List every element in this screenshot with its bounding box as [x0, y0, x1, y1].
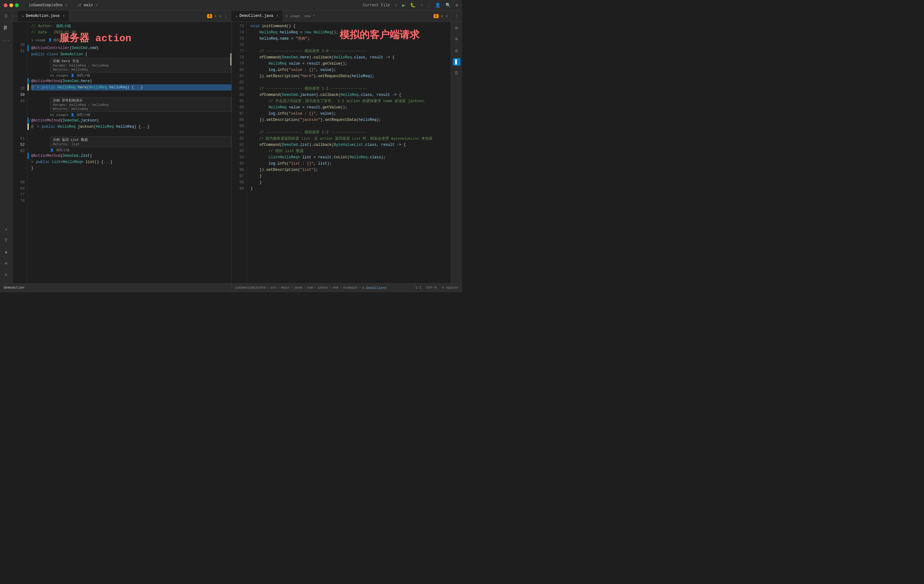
rcode-74: HelloReq helloReq = new HelloReq();: [251, 30, 451, 36]
more-tab-icon[interactable]: ⋮: [224, 14, 228, 19]
code-line-62: [31, 130, 231, 136]
rcode-97: }: [251, 173, 451, 179]
rcode-94: List<HelloReq> list = result.toList(Hell…: [251, 154, 451, 160]
line-num-77: 77: [15, 192, 25, 198]
rln-91: 91: [234, 135, 244, 142]
left-sidebar-toggle[interactable]: ☰: [0, 11, 13, 21]
run-button[interactable]: ▶: [402, 2, 405, 8]
right-sidebar-icon-4[interactable]: ▋: [453, 58, 460, 66]
app-name: ioGameSimpleOne: [29, 3, 63, 8]
sidebar-bottom-icon-4[interactable]: ⊞: [3, 259, 10, 267]
sidebar-ellipsis-icon[interactable]: ···: [3, 37, 10, 45]
rln-93: 93: [234, 148, 244, 154]
sidebar-bottom-icon-5[interactable]: ◎: [3, 271, 10, 278]
right-sidebar-icon-5[interactable]: D: [453, 69, 460, 77]
maximize-button[interactable]: [15, 3, 19, 7]
left-code-area: // Author: 渔民小镇 // date 2023-01-06 1 usa…: [28, 22, 231, 283]
run-config-chevron-icon[interactable]: ∨: [395, 3, 397, 8]
up-icon-right[interactable]: ∧: [441, 14, 443, 18]
sidebar-bottom-icon-3[interactable]: ◉: [3, 248, 10, 256]
sep5: >: [314, 286, 317, 289]
tab-close-right-button[interactable]: ×: [276, 14, 279, 18]
code-author-line: // Author: 渔民小镇: [31, 23, 231, 30]
rcode-82: [251, 79, 451, 86]
right-sidebar-icon-2[interactable]: ≡: [453, 36, 460, 43]
rcode-84: ofCommand(DemoCmd.jackson).callback(Hell…: [251, 92, 451, 98]
debug-button[interactable]: 🐛: [410, 3, 416, 8]
right-sidebar: m ≡ ⚙ ▋ D: [451, 22, 462, 283]
left-tab-actions: 3 ∧ ∨ ⋮: [204, 11, 231, 21]
code-line-52: @ > public HelloReq jackson(HelloReq hel…: [31, 124, 231, 130]
sidebar-bottom-icon-1[interactable]: ⚡: [3, 226, 10, 233]
close-button[interactable]: [4, 3, 8, 7]
sidebar-explorer-icon[interactable]: [3, 24, 10, 32]
tab-demo-client[interactable]: ☕ DemoClient.java ×: [231, 11, 283, 21]
line-num-69: 69: [15, 185, 25, 192]
rln-87: 87: [234, 111, 244, 117]
status-src: src: [271, 286, 277, 289]
code-line-51: @ActionMethod(DemoCmd.jackson): [31, 117, 231, 124]
right-editor-content[interactable]: 73 74 75 76 77 78 79 80 81 82 83 84 85 8…: [232, 22, 451, 283]
line-num-62: 62: [15, 148, 25, 154]
annotation-block-3: 示例 返回 List 数据 Returns: list: [50, 137, 231, 147]
left-editor-content[interactable]: 30 31 38 39 44: [13, 22, 231, 283]
rcode-81: }).setDescription("here").setRequestData…: [251, 73, 451, 79]
right-breadcrumb: ioGameSimpleOne > src > main > java > co…: [231, 284, 462, 292]
settings-icon[interactable]: ⚙: [456, 3, 458, 8]
line-num-ann3-2: [15, 160, 25, 167]
rln-99: 99: [234, 185, 244, 192]
line-num-52: 52: [15, 142, 25, 148]
right-sidebar-icon-3[interactable]: ⚙: [453, 47, 460, 54]
line-num-51: 51: [15, 135, 25, 142]
breadcrumb-file: DemoAction: [4, 286, 24, 289]
rln-85: 85: [234, 98, 244, 104]
code-line-39: @ > public HelloReq here(HelloReq helloR…: [31, 84, 231, 91]
rcode-98: }: [251, 179, 451, 185]
more-panel-icon[interactable]: ⋮: [455, 14, 459, 18]
rln-90: 90: [234, 129, 244, 135]
java-file-icon-right: ☕: [236, 14, 238, 18]
tab-bar: ☰ ··· ☕ DemoAction.java × 3 ∧ ∨ ⋮ ☕ Demo…: [0, 11, 462, 22]
code-date-line: // date 2023-01-06: [31, 30, 231, 36]
user-icon[interactable]: 👤: [435, 3, 441, 8]
rln-81: 81: [234, 73, 244, 79]
more-button[interactable]: ⋯: [421, 3, 422, 8]
branch-chevron-icon[interactable]: ∨: [95, 3, 97, 8]
line-num-ann2-5: [15, 129, 25, 135]
line-num-ann2-3: [15, 117, 25, 123]
minimize-button[interactable]: [9, 3, 13, 7]
left-tab-bar: ☰ ··· ☕ DemoAction.java × 3 ∧ ∨ ⋮: [0, 11, 231, 21]
new-badge: new *: [304, 14, 315, 18]
up-icon[interactable]: ∧: [214, 14, 217, 18]
search-icon[interactable]: 🔍: [446, 3, 451, 8]
right-sidebar-icon-1[interactable]: m: [453, 24, 460, 32]
rln-84: 84: [234, 92, 244, 98]
line-num-ann2-4: [15, 123, 25, 129]
sidebar-bottom-icon-2[interactable]: T: [3, 237, 10, 244]
tab-close-button[interactable]: ×: [63, 14, 65, 18]
rcode-93: // 得到 list 数据: [251, 148, 451, 154]
code-line-31: public class DemoAction {: [31, 51, 231, 58]
rcode-91: // 因为服务器返回的是 List，当 action 返回值是 List 时，框…: [251, 135, 451, 142]
rln-73: 73: [234, 23, 244, 30]
status-iohao: iohao: [318, 286, 328, 289]
rcode-76: [251, 42, 451, 48]
rcode-88: }).setDescription("jackson").setRequestD…: [251, 117, 451, 123]
line-num-ann3-3: [15, 167, 25, 173]
line-num-meta1: [15, 23, 25, 30]
title-bar-right: Current File ∨ ▶ 🐛 ⋯ | 👤 🔍 ⚙: [363, 2, 458, 8]
rln-82: 82: [234, 79, 244, 86]
rcode-73: void initCommand() {: [251, 23, 451, 30]
status-example: example: [343, 286, 358, 289]
right-tab-bar: ☕ DemoClient.java × 1 usage new * 1 ∧ ∨ …: [231, 11, 462, 21]
annotation-block-2: 示例 异常机制演示 Params: helloReq – helloReq Re…: [50, 97, 231, 112]
down-icon-right[interactable]: ∨: [446, 14, 448, 18]
chevron-down-icon[interactable]: ∨: [65, 3, 67, 8]
sep2: >: [278, 286, 280, 289]
rln-76: 76: [234, 42, 244, 48]
down-icon[interactable]: ∨: [219, 14, 221, 18]
line-num-ann3-1: [15, 154, 25, 160]
left-line-numbers: 30 31 38 39 44: [13, 22, 28, 283]
status-path: ioGameSimpleOne: [235, 286, 266, 289]
tab-demo-action[interactable]: ☕ DemoAction.java ×: [18, 11, 69, 21]
